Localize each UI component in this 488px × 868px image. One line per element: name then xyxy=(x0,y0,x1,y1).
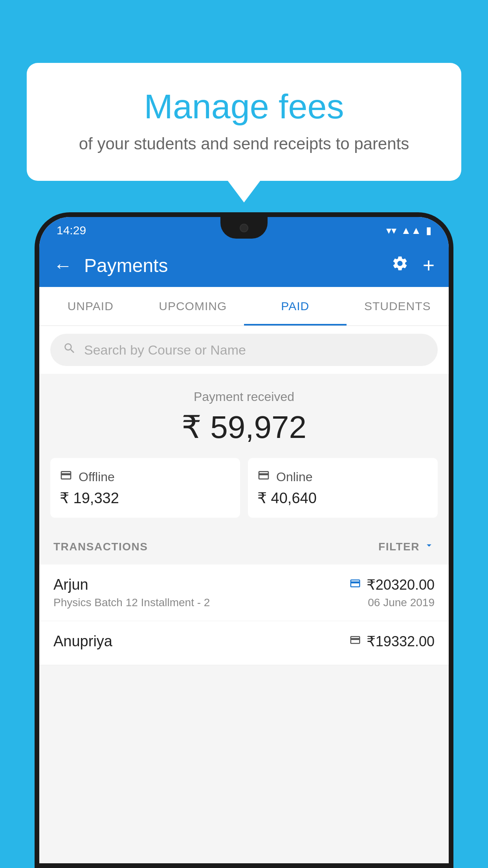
app-bar-icons: + xyxy=(391,254,435,277)
transaction-row2: Physics Batch 12 Installment - 2 06 June… xyxy=(53,596,435,609)
filter-label: FILTER xyxy=(378,541,420,553)
payment-total-amount: ₹ 59,972 xyxy=(50,409,438,445)
transaction-name-2: Anupriya xyxy=(53,633,112,650)
transactions-header: TRANSACTIONS FILTER xyxy=(39,529,449,565)
back-button[interactable]: ← xyxy=(53,255,72,276)
status-bar: 14:29 ▾▾ ▲▲ ▮ xyxy=(39,217,449,244)
tab-upcoming[interactable]: UPCOMING xyxy=(142,287,244,326)
tab-students[interactable]: STUDENTS xyxy=(347,287,449,326)
bubble-subtitle: of your students and send receipts to pa… xyxy=(58,134,430,153)
online-icon xyxy=(257,469,270,485)
transaction-name: Arjun xyxy=(53,576,88,593)
transaction-type-icon xyxy=(349,577,361,592)
transaction-date: 06 June 2019 xyxy=(368,596,435,609)
online-amount: ₹ 40,640 xyxy=(257,489,428,507)
online-label: Online xyxy=(276,470,313,484)
filter-button[interactable]: FILTER xyxy=(378,540,435,554)
transaction-type-icon-2 xyxy=(349,634,361,649)
transactions-label: TRANSACTIONS xyxy=(53,541,148,553)
payment-summary: Payment received ₹ 59,972 Offline ₹ 19,3… xyxy=(39,374,449,529)
offline-label: Offline xyxy=(79,470,115,484)
phone-screen: 14:29 ▾▾ ▲▲ ▮ ← Payments + xyxy=(39,217,449,863)
offline-amount: ₹ 19,332 xyxy=(60,489,231,507)
payment-received-label: Payment received xyxy=(50,390,438,404)
search-placeholder-text: Search by Course or Name xyxy=(84,342,246,358)
offline-card-header: Offline xyxy=(60,469,231,485)
transaction-amount-2: ₹19332.00 xyxy=(367,633,435,650)
camera xyxy=(240,224,248,232)
settings-icon[interactable] xyxy=(391,255,409,276)
app-title: Payments xyxy=(84,255,380,276)
bubble-title: Manage fees xyxy=(58,86,430,127)
transaction-row1-2: Anupriya ₹19332.00 xyxy=(53,633,435,650)
wifi-icon: ▾▾ xyxy=(386,224,396,237)
payment-cards: Offline ₹ 19,332 Online ₹ 40,640 xyxy=(50,458,438,518)
battery-icon: ▮ xyxy=(426,224,431,237)
search-icon xyxy=(63,342,76,358)
transaction-item-arjun[interactable]: Arjun ₹20320.00 Physics Batch 12 Install… xyxy=(39,565,449,621)
offline-card: Offline ₹ 19,332 xyxy=(50,458,240,518)
transaction-item-anupriya[interactable]: Anupriya ₹19332.00 xyxy=(39,621,449,665)
offline-icon xyxy=(60,469,72,485)
tab-unpaid[interactable]: UNPAID xyxy=(39,287,142,326)
tab-paid[interactable]: PAID xyxy=(244,287,347,326)
transaction-row1: Arjun ₹20320.00 xyxy=(53,576,435,593)
speech-bubble-container: Manage fees of your students and send re… xyxy=(27,63,461,181)
transaction-amount: ₹20320.00 xyxy=(367,577,435,593)
signal-icon: ▲▲ xyxy=(401,224,421,237)
app-bar: ← Payments + xyxy=(39,244,449,287)
tabs: UNPAID UPCOMING PAID STUDENTS xyxy=(39,287,449,326)
phone-frame: 14:29 ▾▾ ▲▲ ▮ ← Payments + xyxy=(35,212,453,868)
status-icons: ▾▾ ▲▲ ▮ xyxy=(386,224,431,237)
speech-bubble: Manage fees of your students and send re… xyxy=(27,63,461,181)
transaction-course: Physics Batch 12 Installment - 2 xyxy=(53,596,210,609)
search-bar[interactable]: Search by Course or Name xyxy=(50,334,438,366)
add-icon[interactable]: + xyxy=(423,254,435,277)
online-card-header: Online xyxy=(257,469,428,485)
transaction-amount-container: ₹20320.00 xyxy=(349,577,435,593)
online-card: Online ₹ 40,640 xyxy=(248,458,438,518)
notch xyxy=(220,217,268,239)
status-time: 14:29 xyxy=(57,224,86,237)
filter-icon xyxy=(424,540,435,554)
transaction-amount-container-2: ₹19332.00 xyxy=(349,633,435,650)
search-container: Search by Course or Name xyxy=(39,326,449,374)
